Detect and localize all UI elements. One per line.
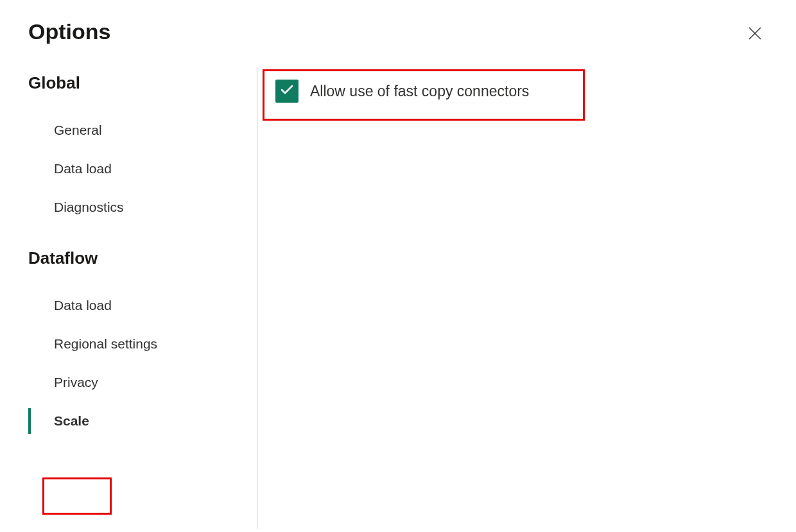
sidebar-item-general[interactable]: General — [28, 111, 257, 150]
close-button[interactable] — [742, 22, 768, 47]
sidebar-item-diagnostics[interactable]: Diagnostics — [28, 188, 257, 227]
sidebar-item-privacy[interactable]: Privacy — [28, 363, 257, 402]
sidebar-item-data-load-global[interactable]: Data load — [28, 150, 257, 188]
fast-copy-checkbox[interactable] — [275, 80, 298, 103]
section-header-global: Global — [28, 73, 257, 93]
fast-copy-setting-row: Allow use of fast copy connectors — [266, 74, 796, 108]
sidebar-item-data-load-dataflow[interactable]: Data load — [28, 286, 257, 325]
sidebar-item-scale[interactable]: Scale — [28, 402, 257, 440]
page-title: Options — [28, 19, 110, 44]
section-header-dataflow: Dataflow — [28, 248, 257, 268]
fast-copy-label: Allow use of fast copy connectors — [310, 83, 529, 100]
checkmark-icon — [279, 82, 295, 100]
sidebar: Global General Data load Diagnostics Dat… — [0, 73, 257, 529]
main-panel: Allow use of fast copy connectors — [257, 73, 796, 529]
close-icon — [748, 24, 762, 45]
sidebar-item-regional-settings[interactable]: Regional settings — [28, 325, 257, 363]
